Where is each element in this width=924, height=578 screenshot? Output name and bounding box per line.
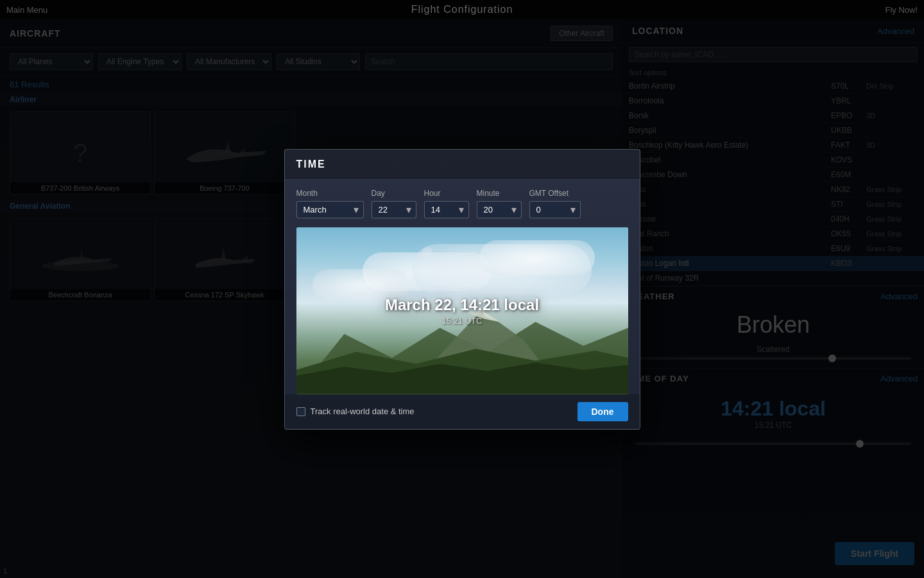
modal-footer: Track real-world date & time Done	[285, 394, 640, 429]
modal-title: TIME	[296, 159, 326, 170]
gmt-offset-label: GMT Offset	[529, 189, 581, 198]
day-control: Day 1234 5678 9101112 13141516 17181920 …	[372, 189, 416, 218]
minute-select[interactable]: 051015 202530 35404550 55	[477, 201, 522, 218]
time-preview-area: March 22, 14:21 local 15:21 UTC	[296, 227, 628, 394]
gmt-select[interactable]: -12-11-10-9 -8-7-6-5 -4-3-2-1 0 1234 567…	[529, 201, 581, 218]
track-checkbox[interactable]	[296, 407, 305, 416]
hour-control: Hour 0123 4567 891011 121314 15161718 19…	[424, 189, 469, 218]
hour-select-wrapper: 0123 4567 891011 121314 15161718 1920212…	[424, 201, 469, 218]
month-control: Month January February March April May J…	[296, 189, 364, 218]
gmt-select-wrapper: -12-11-10-9 -8-7-6-5 -4-3-2-1 0 1234 567…	[529, 201, 581, 218]
hour-label: Hour	[424, 189, 469, 198]
hour-select[interactable]: 0123 4567 891011 121314 15161718 1920212…	[424, 201, 469, 218]
modal-controls: Month January February March April May J…	[285, 180, 640, 227]
month-select-wrapper: January February March April May June Ju…	[296, 201, 364, 218]
modal-overlay: TIME Month January February March April …	[0, 0, 924, 578]
day-select-wrapper: 1234 5678 9101112 13141516 17181920 2122…	[372, 201, 416, 218]
preview-datetime: March 22, 14:21 local	[385, 296, 539, 314]
modal-header: TIME	[285, 150, 640, 180]
done-button[interactable]: Done	[578, 402, 628, 421]
minute-select-wrapper: 051015 202530 35404550 55	[477, 201, 522, 218]
month-select[interactable]: January February March April May June Ju…	[296, 201, 364, 218]
minute-label: Minute	[477, 189, 522, 198]
time-modal: TIME Month January February March April …	[284, 149, 640, 430]
track-label-text: Track real-world date & time	[311, 407, 415, 416]
day-label: Day	[372, 189, 416, 198]
preview-utc: 15:21 UTC	[385, 316, 539, 326]
time-preview-overlay: March 22, 14:21 local 15:21 UTC	[385, 296, 539, 326]
gmt-offset-control: GMT Offset -12-11-10-9 -8-7-6-5 -4-3-2-1…	[529, 189, 581, 218]
month-label: Month	[296, 189, 364, 198]
day-select[interactable]: 1234 5678 9101112 13141516 17181920 2122…	[372, 201, 416, 218]
track-checkbox-label[interactable]: Track real-world date & time	[296, 407, 415, 416]
cloud-4	[479, 240, 595, 276]
minute-control: Minute 051015 202530 35404550 55	[477, 189, 522, 218]
